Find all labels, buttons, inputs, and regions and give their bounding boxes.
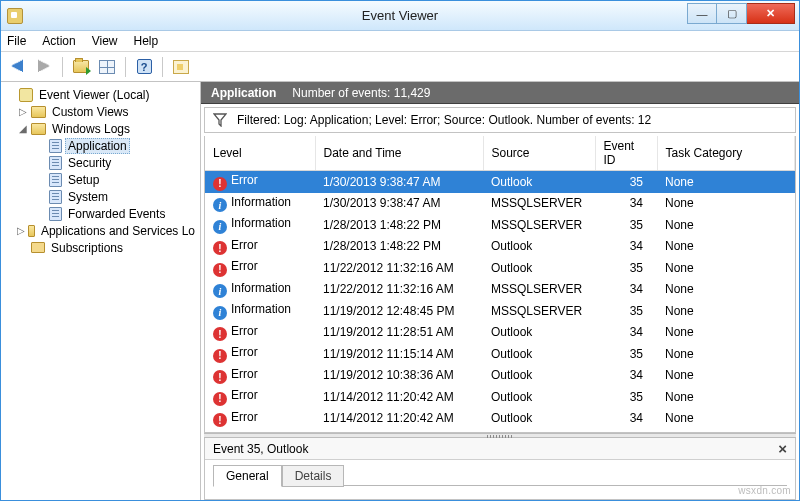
- error-icon: [213, 263, 227, 277]
- col-level[interactable]: Level: [205, 136, 315, 171]
- event-list[interactable]: Level Date and Time Source Event ID Task…: [204, 136, 796, 433]
- close-icon[interactable]: ×: [778, 440, 787, 457]
- collapse-icon[interactable]: ◢: [17, 123, 28, 134]
- action-pane-icon: [173, 60, 189, 74]
- pane-grid-icon: [99, 60, 115, 74]
- info-icon: [213, 198, 227, 212]
- log-icon: [49, 207, 62, 221]
- error-icon: [213, 370, 227, 384]
- tree-root[interactable]: Event Viewer (Local): [3, 86, 198, 103]
- tree-label: Application: [65, 138, 130, 154]
- table-row[interactable]: Error11/14/2012 11:20:42 AMOutlook34None: [205, 408, 795, 430]
- help-button[interactable]: ?: [133, 56, 155, 78]
- table-row[interactable]: Error11/19/2012 11:28:51 AMOutlook34None: [205, 322, 795, 344]
- table-row[interactable]: Information1/28/2013 1:48:22 PMMSSQLSERV…: [205, 214, 795, 236]
- tree-label: Subscriptions: [48, 241, 126, 255]
- events-table: Level Date and Time Source Event ID Task…: [205, 136, 795, 429]
- forward-button[interactable]: ⯈: [33, 56, 55, 78]
- console-tree[interactable]: Event Viewer (Local) ▷ Custom Views ◢ Wi…: [1, 82, 201, 500]
- folder-icon: [28, 225, 35, 237]
- table-row[interactable]: Error11/19/2012 10:38:36 AMOutlook34None: [205, 365, 795, 387]
- tree-label: Applications and Services Lo: [38, 224, 198, 238]
- event-viewer-window: Event Viewer — ▢ ✕ File Action View Help…: [0, 0, 800, 501]
- body: Event Viewer (Local) ▷ Custom Views ◢ Wi…: [1, 82, 799, 500]
- app-icon: [7, 8, 23, 24]
- tree-label: Event Viewer (Local): [36, 88, 153, 102]
- folder-icon: [73, 60, 89, 73]
- error-icon: [213, 392, 227, 406]
- arrow-right-icon: ⯈: [37, 59, 52, 74]
- tree-log-security[interactable]: Security: [3, 154, 198, 171]
- tree-windows-logs[interactable]: ◢ Windows Logs: [3, 120, 198, 137]
- expand-icon[interactable]: ▷: [17, 225, 25, 236]
- table-row[interactable]: Information11/19/2012 12:48:45 PMMSSQLSE…: [205, 300, 795, 322]
- tree-label: Security: [65, 156, 114, 170]
- toolbar-separator: [62, 57, 63, 77]
- table-row[interactable]: Error11/14/2012 11:20:42 AMOutlook35None: [205, 386, 795, 408]
- log-header: Application Number of events: 11,429: [201, 82, 799, 104]
- details-title-bar: Event 35, Outlook ×: [205, 438, 795, 460]
- info-icon: [213, 220, 227, 234]
- filter-bar[interactable]: Filtered: Log: Application; Level: Error…: [204, 107, 796, 133]
- col-datetime[interactable]: Date and Time: [315, 136, 483, 171]
- tab-general[interactable]: General: [213, 465, 282, 487]
- close-button[interactable]: ✕: [747, 3, 795, 24]
- filter-text: Filtered: Log: Application; Level: Error…: [237, 113, 651, 127]
- log-header-count: Number of events: 11,429: [292, 86, 430, 100]
- watermark: wsxdn.com: [738, 485, 791, 496]
- table-row[interactable]: Information1/30/2013 9:38:47 AMMSSQLSERV…: [205, 193, 795, 215]
- subscriptions-icon: [31, 242, 45, 253]
- col-source[interactable]: Source: [483, 136, 595, 171]
- table-row[interactable]: Information11/22/2012 11:32:16 AMMSSQLSE…: [205, 279, 795, 301]
- event-details-pane: Event 35, Outlook × General Details: [204, 438, 796, 500]
- info-icon: [213, 284, 227, 298]
- minimize-button[interactable]: —: [687, 3, 717, 24]
- log-icon: [49, 190, 62, 204]
- menu-action[interactable]: Action: [42, 34, 75, 48]
- tree-subscriptions[interactable]: Subscriptions: [3, 239, 198, 256]
- log-icon: [49, 156, 62, 170]
- col-task-cat[interactable]: Task Category: [657, 136, 795, 171]
- table-row[interactable]: Error1/30/2013 9:38:47 AMOutlook35None: [205, 171, 795, 193]
- table-header-row: Level Date and Time Source Event ID Task…: [205, 136, 795, 171]
- menu-view[interactable]: View: [92, 34, 118, 48]
- arrow-left-icon: ⯇: [11, 59, 26, 74]
- tree-custom-views[interactable]: ▷ Custom Views: [3, 103, 198, 120]
- table-row[interactable]: Error11/19/2012 11:15:14 AMOutlook35None: [205, 343, 795, 365]
- table-row[interactable]: Error1/28/2013 1:48:22 PMOutlook34None: [205, 236, 795, 258]
- tab-details[interactable]: Details: [282, 465, 345, 487]
- right-pane: Application Number of events: 11,429 Fil…: [201, 82, 799, 500]
- tree-log-setup[interactable]: Setup: [3, 171, 198, 188]
- window-buttons: — ▢ ✕: [687, 3, 795, 25]
- tree-label: Setup: [65, 173, 102, 187]
- error-icon: [213, 177, 227, 191]
- details-tabstrip: General Details: [205, 460, 795, 486]
- log-header-name: Application: [211, 86, 276, 100]
- tree-log-forwarded[interactable]: Forwarded Events: [3, 205, 198, 222]
- info-icon: [213, 306, 227, 320]
- back-button[interactable]: ⯇: [7, 56, 29, 78]
- expand-icon[interactable]: ▷: [17, 106, 28, 117]
- table-row[interactable]: Error11/22/2012 11:32:16 AMOutlook35None: [205, 257, 795, 279]
- toolbar-separator: [125, 57, 126, 77]
- open-saved-log-button[interactable]: [70, 56, 92, 78]
- svg-marker-0: [214, 114, 226, 126]
- tree-label: Forwarded Events: [65, 207, 168, 221]
- tree-log-application[interactable]: Application: [3, 137, 198, 154]
- titlebar: Event Viewer — ▢ ✕: [1, 1, 799, 31]
- tree-apps-services[interactable]: ▷ Applications and Services Lo: [3, 222, 198, 239]
- toolbar-separator: [162, 57, 163, 77]
- log-icon: [49, 139, 62, 153]
- tree-label: Windows Logs: [49, 122, 133, 136]
- toolbar: ⯇ ⯈ ?: [1, 52, 799, 82]
- tree-log-system[interactable]: System: [3, 188, 198, 205]
- menu-file[interactable]: File: [7, 34, 26, 48]
- folder-icon: [31, 123, 46, 135]
- show-hide-console-tree-button[interactable]: [96, 56, 118, 78]
- maximize-button[interactable]: ▢: [717, 3, 747, 24]
- col-event-id[interactable]: Event ID: [595, 136, 657, 171]
- show-action-pane-button[interactable]: [170, 56, 192, 78]
- menu-help[interactable]: Help: [134, 34, 159, 48]
- menubar: File Action View Help: [1, 31, 799, 52]
- error-icon: [213, 413, 227, 427]
